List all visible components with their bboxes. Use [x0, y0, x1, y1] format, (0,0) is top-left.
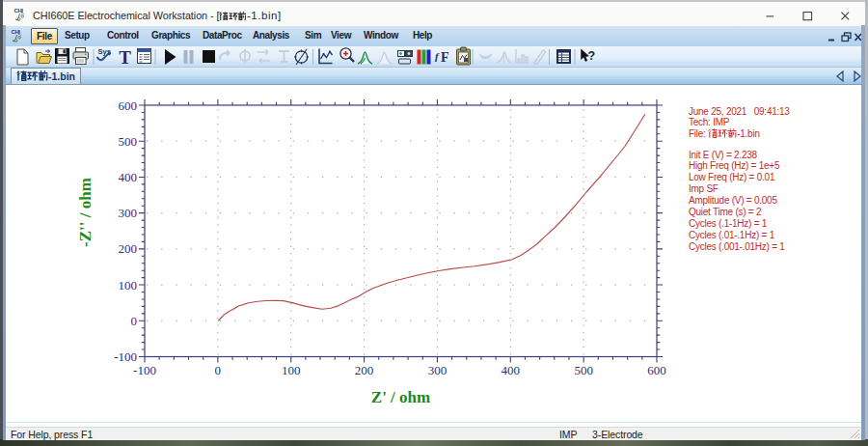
- svg-text:T: T: [119, 47, 131, 68]
- svg-text:f: f: [435, 50, 440, 62]
- svg-text:F: F: [441, 50, 449, 65]
- svg-text:?: ?: [588, 49, 596, 63]
